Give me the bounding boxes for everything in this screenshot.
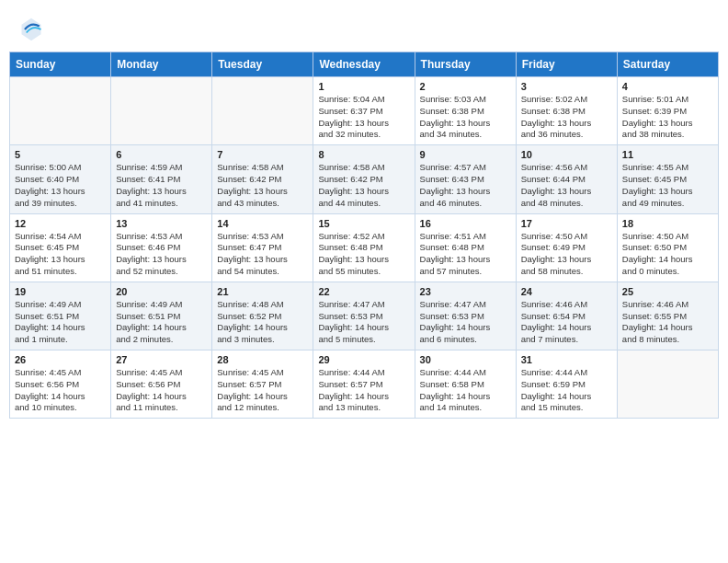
day-info: Sunrise: 4:49 AMSunset: 6:51 PMDaylight:…: [15, 299, 106, 346]
day-info: Sunrise: 5:02 AMSunset: 6:38 PMDaylight:…: [521, 94, 612, 141]
day-info: Sunrise: 4:45 AMSunset: 6:56 PMDaylight:…: [116, 367, 207, 414]
calendar-cell: 27Sunrise: 4:45 AMSunset: 6:56 PMDayligh…: [111, 350, 212, 419]
week-row-3: 12Sunrise: 4:54 AMSunset: 6:45 PMDayligh…: [10, 213, 719, 282]
day-number: 21: [217, 286, 308, 297]
header-friday: Friday: [516, 52, 617, 77]
calendar-cell: 30Sunrise: 4:44 AMSunset: 6:58 PMDayligh…: [415, 350, 516, 419]
day-number: 15: [318, 218, 409, 229]
calendar-cell: 19Sunrise: 4:49 AMSunset: 6:51 PMDayligh…: [10, 282, 111, 350]
week-row-5: 26Sunrise: 4:45 AMSunset: 6:56 PMDayligh…: [10, 350, 719, 419]
day-info: Sunrise: 4:57 AMSunset: 6:43 PMDaylight:…: [420, 162, 511, 209]
calendar-cell: 2Sunrise: 5:03 AMSunset: 6:38 PMDaylight…: [415, 77, 516, 145]
day-number: 19: [15, 286, 106, 297]
day-number: 20: [116, 286, 207, 297]
day-info: Sunrise: 4:52 AMSunset: 6:48 PMDaylight:…: [318, 231, 409, 278]
logo: [18, 17, 48, 42]
day-info: Sunrise: 5:04 AMSunset: 6:37 PMDaylight:…: [318, 94, 409, 141]
calendar-cell: [617, 350, 718, 419]
calendar-cell: 5Sunrise: 5:00 AMSunset: 6:40 PMDaylight…: [10, 145, 111, 213]
day-number: 26: [15, 354, 106, 365]
logo-icon: [18, 17, 44, 42]
calendar-cell: 4Sunrise: 5:01 AMSunset: 6:39 PMDaylight…: [617, 77, 718, 145]
calendar-cell: 24Sunrise: 4:46 AMSunset: 6:54 PMDayligh…: [516, 282, 617, 350]
calendar-cell: 20Sunrise: 4:49 AMSunset: 6:51 PMDayligh…: [111, 282, 212, 350]
calendar-cell: 29Sunrise: 4:44 AMSunset: 6:57 PMDayligh…: [313, 350, 415, 419]
calendar-cell: 12Sunrise: 4:54 AMSunset: 6:45 PMDayligh…: [10, 213, 111, 282]
day-info: Sunrise: 4:53 AMSunset: 6:47 PMDaylight:…: [217, 231, 308, 278]
day-info: Sunrise: 4:47 AMSunset: 6:53 PMDaylight:…: [420, 299, 511, 346]
day-number: 28: [217, 354, 308, 365]
calendar-cell: 11Sunrise: 4:55 AMSunset: 6:45 PMDayligh…: [617, 145, 718, 213]
calendar-table: SundayMondayTuesdayWednesdayThursdayFrid…: [9, 52, 719, 419]
header-tuesday: Tuesday: [212, 52, 313, 77]
day-number: 14: [217, 218, 308, 229]
calendar-cell: 21Sunrise: 4:48 AMSunset: 6:52 PMDayligh…: [212, 282, 313, 350]
calendar-cell: 17Sunrise: 4:50 AMSunset: 6:49 PMDayligh…: [516, 213, 617, 282]
day-info: Sunrise: 4:44 AMSunset: 6:58 PMDaylight:…: [420, 367, 511, 414]
header-saturday: Saturday: [617, 52, 718, 77]
calendar-cell: [111, 77, 212, 145]
day-info: Sunrise: 4:55 AMSunset: 6:45 PMDaylight:…: [622, 162, 713, 209]
calendar-cell: 13Sunrise: 4:53 AMSunset: 6:46 PMDayligh…: [111, 213, 212, 282]
header-row: SundayMondayTuesdayWednesdayThursdayFrid…: [10, 52, 719, 77]
day-info: Sunrise: 4:46 AMSunset: 6:55 PMDaylight:…: [622, 299, 713, 346]
day-number: 7: [217, 149, 308, 160]
day-info: Sunrise: 4:49 AMSunset: 6:51 PMDaylight:…: [116, 299, 207, 346]
day-number: 16: [420, 218, 511, 229]
header-sunday: Sunday: [10, 52, 111, 77]
day-number: 24: [521, 286, 612, 297]
calendar-body: 1Sunrise: 5:04 AMSunset: 6:37 PMDaylight…: [10, 77, 719, 419]
calendar-cell: 31Sunrise: 4:44 AMSunset: 6:59 PMDayligh…: [516, 350, 617, 419]
calendar-header: SundayMondayTuesdayWednesdayThursdayFrid…: [10, 52, 719, 77]
day-number: 5: [15, 149, 106, 160]
calendar-cell: 14Sunrise: 4:53 AMSunset: 6:47 PMDayligh…: [212, 213, 313, 282]
day-info: Sunrise: 4:46 AMSunset: 6:54 PMDaylight:…: [521, 299, 612, 346]
day-info: Sunrise: 4:50 AMSunset: 6:49 PMDaylight:…: [521, 231, 612, 278]
week-row-2: 5Sunrise: 5:00 AMSunset: 6:40 PMDaylight…: [10, 145, 719, 213]
day-number: 25: [622, 286, 713, 297]
day-info: Sunrise: 4:53 AMSunset: 6:46 PMDaylight:…: [116, 231, 207, 278]
day-number: 10: [521, 149, 612, 160]
day-number: 17: [521, 218, 612, 229]
calendar-cell: 23Sunrise: 4:47 AMSunset: 6:53 PMDayligh…: [415, 282, 516, 350]
calendar-cell: 26Sunrise: 4:45 AMSunset: 6:56 PMDayligh…: [10, 350, 111, 419]
day-info: Sunrise: 4:59 AMSunset: 6:41 PMDaylight:…: [116, 162, 207, 209]
calendar-cell: 18Sunrise: 4:50 AMSunset: 6:50 PMDayligh…: [617, 213, 718, 282]
day-info: Sunrise: 4:56 AMSunset: 6:44 PMDaylight:…: [521, 162, 612, 209]
header-monday: Monday: [111, 52, 212, 77]
calendar-cell: [212, 77, 313, 145]
day-number: 30: [420, 354, 511, 365]
day-number: 4: [622, 81, 713, 92]
calendar-cell: 16Sunrise: 4:51 AMSunset: 6:48 PMDayligh…: [415, 213, 516, 282]
week-row-4: 19Sunrise: 4:49 AMSunset: 6:51 PMDayligh…: [10, 282, 719, 350]
day-info: Sunrise: 4:45 AMSunset: 6:57 PMDaylight:…: [217, 367, 308, 414]
calendar-cell: [10, 77, 111, 145]
calendar-cell: 3Sunrise: 5:02 AMSunset: 6:38 PMDaylight…: [516, 77, 617, 145]
calendar-cell: 15Sunrise: 4:52 AMSunset: 6:48 PMDayligh…: [313, 213, 415, 282]
day-number: 13: [116, 218, 207, 229]
day-number: 22: [318, 286, 409, 297]
day-number: 31: [521, 354, 612, 365]
day-info: Sunrise: 4:58 AMSunset: 6:42 PMDaylight:…: [217, 162, 308, 209]
calendar-cell: 6Sunrise: 4:59 AMSunset: 6:41 PMDaylight…: [111, 145, 212, 213]
day-info: Sunrise: 5:00 AMSunset: 6:40 PMDaylight:…: [15, 162, 106, 209]
day-number: 1: [318, 81, 409, 92]
day-info: Sunrise: 4:44 AMSunset: 6:59 PMDaylight:…: [521, 367, 612, 414]
day-info: Sunrise: 4:50 AMSunset: 6:50 PMDaylight:…: [622, 231, 713, 278]
header-thursday: Thursday: [415, 52, 516, 77]
day-number: 6: [116, 149, 207, 160]
calendar-cell: 7Sunrise: 4:58 AMSunset: 6:42 PMDaylight…: [212, 145, 313, 213]
calendar-cell: 25Sunrise: 4:46 AMSunset: 6:55 PMDayligh…: [617, 282, 718, 350]
day-info: Sunrise: 5:01 AMSunset: 6:39 PMDaylight:…: [622, 94, 713, 141]
day-number: 9: [420, 149, 511, 160]
day-number: 23: [420, 286, 511, 297]
day-number: 8: [318, 149, 409, 160]
day-info: Sunrise: 4:48 AMSunset: 6:52 PMDaylight:…: [217, 299, 308, 346]
day-number: 2: [420, 81, 511, 92]
day-number: 3: [521, 81, 612, 92]
day-number: 18: [622, 218, 713, 229]
day-number: 27: [116, 354, 207, 365]
day-info: Sunrise: 4:51 AMSunset: 6:48 PMDaylight:…: [420, 231, 511, 278]
page-header: [9, 9, 719, 46]
day-info: Sunrise: 4:45 AMSunset: 6:56 PMDaylight:…: [15, 367, 106, 414]
